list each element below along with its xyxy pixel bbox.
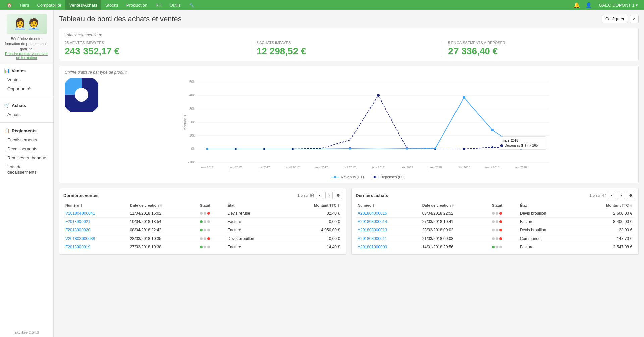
svg-text:20k: 20k [189,120,195,124]
achats-settings-button[interactable]: ⚙ [627,192,634,199]
sidebar-section-achats-title[interactable]: 🛒 Achats [0,100,53,110]
ventes-col-statut: Statut [198,202,226,209]
ventes-etat-cell: Devis refusé [226,209,284,218]
sidebar-section-ventes: 📊 Ventes Ventes Opportunités [0,64,53,95]
ventes-statut-cell [198,218,226,226]
nav-rh[interactable]: RH [151,0,166,10]
table-row: A201801000009 14/01/2018 20:56 Facture 2… [356,243,634,251]
page-header: Tableau de bord des achats et ventes Con… [59,15,639,23]
ventes-numero-cell[interactable]: F2018000021 [63,218,128,226]
totaux-achats-sublabel: 8 ACHATS IMPAYÉS [257,41,435,45]
svg-point-52 [334,176,336,178]
svg-text:juin 2017: juin 2017 [229,166,242,169]
achats-montant-cell: 8 400,00 € [576,218,634,226]
nav-tools-icon[interactable]: 🔧 [185,0,198,10]
user-menu-button[interactable]: GAEC DUPONT 1 ▾ [596,0,641,10]
ventes-settings-button[interactable]: ⚙ [335,192,342,199]
nav-production[interactable]: Production [122,0,151,10]
sidebar-item-opportunites[interactable]: Opportunités [0,84,53,93]
svg-text:Montant HT: Montant HT [183,113,187,130]
ventes-col-date[interactable]: Date de création [128,202,198,209]
ventes-col-montant[interactable]: Montant TTC [284,202,342,209]
top-navigation: 🏠 Tiers Comptabilité Ventes/Achats Stock… [0,0,644,10]
user-circle-icon[interactable]: 👤 [584,0,593,10]
ventes-col-numero[interactable]: Numéro [63,202,128,209]
achats-col-statut: Statut [490,202,518,209]
nav-outils[interactable]: Outils [166,0,185,10]
achats-col-date[interactable]: Date de création [420,202,490,209]
svg-point-54 [374,176,376,178]
achats-montant-cell: 2 547,98 € [576,243,634,251]
table-row: F2018000021 10/04/2018 18:54 Facture 0,0… [63,218,342,226]
ventes-numero-cell[interactable]: V201804000041 [63,209,128,218]
table-row: A201803000013 23/03/2018 09:02 Devis bro… [356,226,634,234]
achats-col-montant[interactable]: Montant TTC [576,202,634,209]
nav-comptabilite[interactable]: Comptabilité [33,0,65,10]
nav-tiers[interactable]: Tiers [15,0,33,10]
chart-section: Chiffre d'affaire par type de produit [59,66,639,183]
achats-prev-button[interactable]: ‹ [608,192,615,199]
nav-ventes-achats[interactable]: Ventes/Achats [65,0,101,10]
svg-text:oct 2017: oct 2017 [344,166,356,169]
totaux-item-encaissements[interactable]: 5 ENCAISSEMENTS À DÉPOSER 27 336,40 € [448,41,633,57]
nav-stocks[interactable]: Stocks [101,0,122,10]
notification-bell-icon[interactable]: 🔔 [572,0,581,10]
chart-legend: Revenus (HT) Dépenses (HT) [104,175,633,179]
sidebar-item-encaissements[interactable]: Encaissements [0,135,53,144]
svg-text:30k: 30k [189,107,195,111]
achats-numero-cell[interactable]: A201803000014 [356,218,420,226]
table-row: F2018000020 08/04/2018 22:42 Facture 4 0… [63,226,342,234]
achats-next-button[interactable]: › [618,192,625,199]
ventes-date-cell: 11/04/2018 16:02 [128,209,198,218]
sidebar-item-achats[interactable]: Achats [0,110,53,119]
ventes-title: Dernières ventes [63,193,99,198]
svg-point-40 [206,148,208,150]
sidebar-section-reglements-title[interactable]: 📋 Règlements [0,126,53,135]
pie-chart [65,78,98,113]
sidebar-section-ventes-title[interactable]: 📊 Ventes [0,66,53,75]
achats-numero-cell[interactable]: A201803000013 [356,226,420,234]
svg-text:août 2017: août 2017 [286,166,300,169]
achats-date-cell: 08/04/2018 22:52 [420,209,490,218]
ventes-montant-cell: 14,40 € [284,243,342,251]
ventes-prev-button[interactable]: ‹ [316,192,323,199]
achats-etat-cell: Facture [518,243,577,251]
cart-icon: 🛒 [4,103,10,108]
achats-table: Numéro Date de création Statut État Mont… [356,202,634,251]
chart-icon: 📊 [4,68,10,73]
svg-point-42 [406,148,408,150]
ventes-montant-cell: 0,00 € [284,234,342,243]
svg-text:50k: 50k [189,80,195,84]
svg-point-49 [500,144,503,147]
achats-numero-cell[interactable]: A201801000009 [356,243,420,251]
svg-text:janv 2018: janv 2018 [428,166,442,169]
sidebar-item-lots-decaissements[interactable]: Lots de décaissements [0,162,53,177]
ventes-numero-cell[interactable]: F2018000020 [63,226,128,234]
totaux-item-achats[interactable]: 8 ACHATS IMPAYÉS 12 298,52 € [257,41,442,57]
totaux-item-ventes[interactable]: 25 VENTES IMPAYÉES 243 352,17 € [65,41,250,57]
home-nav-item[interactable]: 🏠 [3,0,15,10]
ventes-date-cell: 28/03/2018 10:35 [128,234,198,243]
ventes-statut-cell [198,243,226,251]
sidebar-item-decaissements[interactable]: Décaissements [0,144,53,153]
banner-link[interactable]: Prendre rendez-vous avec un formateur [3,52,50,60]
sidebar-item-ventes[interactable]: Ventes [0,75,53,84]
ventes-etat-cell: Facture [226,218,284,226]
close-button[interactable]: ✕ [630,15,639,23]
achats-numero-cell[interactable]: A201803000011 [356,234,420,243]
ventes-date-cell: 27/03/2018 10:38 [128,243,198,251]
ventes-statut-cell [198,209,226,218]
achats-statut-cell [490,218,518,226]
ventes-next-button[interactable]: › [325,192,333,199]
achats-montant-cell: 147,70 € [576,234,634,243]
sidebar-item-remises-banque[interactable]: Remises en banque [0,153,53,162]
svg-text:10k: 10k [189,134,195,137]
ventes-numero-cell[interactable]: V201803000038 [63,234,128,243]
achats-numero-cell[interactable]: A201804000015 [356,209,420,218]
svg-text:40k: 40k [189,93,195,97]
achats-col-numero[interactable]: Numéro [356,202,420,209]
configure-button[interactable]: Configurer [602,15,628,23]
clipboard-icon: 📋 [4,128,10,133]
ventes-pagination: 1-5 sur 64 ‹ › ⚙ [297,192,342,199]
ventes-numero-cell[interactable]: F2018000019 [63,243,128,251]
